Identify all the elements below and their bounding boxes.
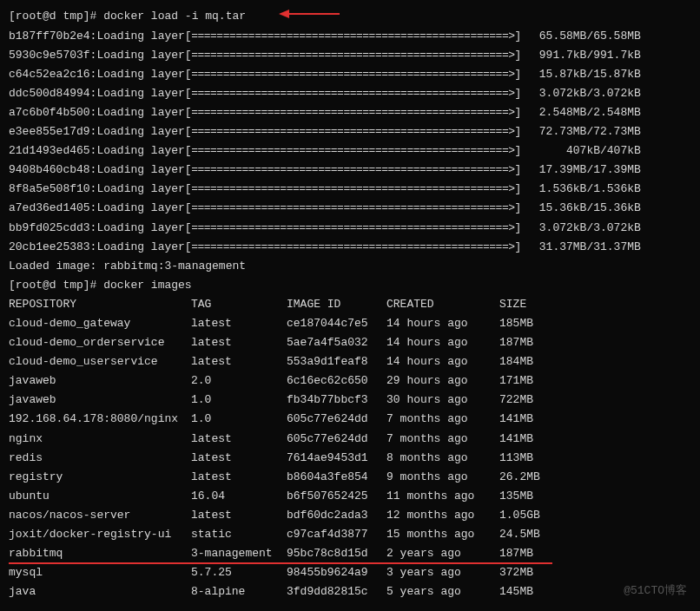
- image-id-cell: fb34b77bbcf3: [287, 391, 386, 410]
- layer-row: b187ff70b2e4: Loading layer [===========…: [9, 27, 691, 46]
- size-cell: 145MB: [499, 582, 560, 601]
- size-cell: 1.05GB: [499, 506, 560, 525]
- table-row: nginxlatest605c77e624dd7 months ago141MB: [9, 430, 691, 449]
- tag-cell: latest: [191, 468, 287, 487]
- progress-bar: [=======================================…: [185, 180, 521, 199]
- layer-hash: a7c6b0f4b500:: [9, 103, 96, 122]
- layer-label: Loading layer: [96, 84, 184, 103]
- repo-cell: registry: [9, 468, 191, 487]
- layer-hash: a7ed36ed1405:: [9, 199, 96, 218]
- progress-bar: [=======================================…: [185, 141, 521, 161]
- repo-cell: java: [9, 582, 191, 601]
- layer-label: Loading layer: [96, 141, 184, 161]
- created-cell: 29 hours ago: [386, 371, 499, 391]
- header-tag: TAG: [191, 295, 287, 314]
- size-cell: 184MB: [499, 352, 560, 371]
- layer-label: Loading layer: [96, 180, 184, 199]
- layer-row: a7ed36ed1405: Loading layer [===========…: [9, 199, 691, 218]
- image-id-cell: bdf60dc2ada3: [287, 506, 386, 525]
- created-cell: 12 months ago: [386, 506, 499, 525]
- size-cell: 141MB: [499, 430, 560, 449]
- image-id-cell: 605c77e624dd: [287, 430, 386, 449]
- image-id-cell: 553a9d1feaf8: [287, 352, 386, 371]
- watermark: @51CTO博客: [624, 581, 687, 601]
- layer-hash: 8f8a5e508f10:: [9, 180, 96, 199]
- tag-cell: 3-management: [191, 544, 287, 563]
- created-cell: 8 months ago: [386, 449, 499, 468]
- table-row: rabbitmq3-management95bc78c8d15d2 years …: [9, 544, 691, 563]
- progress-bar: [=======================================…: [185, 103, 521, 122]
- image-id-cell: b8604a3fe854: [287, 468, 386, 487]
- size-cell: 187MB: [499, 544, 560, 563]
- layer-hash: bb9fd025cdd3:: [9, 219, 96, 238]
- command-text: docker images: [103, 279, 191, 292]
- layer-row: 9408b460cb48: Loading layer [===========…: [9, 161, 691, 180]
- layer-label: Loading layer: [96, 27, 184, 46]
- header-size: SIZE: [499, 295, 560, 314]
- repo-cell: mysql: [9, 563, 191, 582]
- created-cell: 11 months ago: [386, 487, 499, 506]
- created-cell: 14 hours ago: [386, 314, 499, 333]
- created-cell: 2 years ago: [386, 544, 499, 563]
- size-cell: 141MB: [499, 410, 560, 429]
- created-cell: 14 hours ago: [386, 333, 499, 352]
- progress-bar: [=======================================…: [185, 219, 521, 238]
- created-cell: 30 hours ago: [386, 391, 499, 410]
- size-cell: 24.5MB: [499, 525, 560, 544]
- tag-cell: 5.7.25: [191, 563, 287, 582]
- tag-cell: 8-alpine: [191, 582, 287, 601]
- tag-cell: 1.0: [191, 391, 287, 410]
- arrow-annotation-icon: [279, 7, 340, 26]
- layer-size: 3.072kB/3.072kB: [528, 219, 641, 238]
- size-cell: 135MB: [499, 487, 560, 506]
- layers-output: b187ff70b2e4: Loading layer [===========…: [9, 27, 691, 257]
- shell-prompt: [root@d tmp]#: [9, 279, 103, 292]
- layer-row: bb9fd025cdd3: Loading layer [===========…: [9, 219, 691, 238]
- table-row: javaweb1.0fb34b77bbcf330 hours ago722MB: [9, 391, 691, 410]
- image-id-cell: 7614ae9453d1: [287, 449, 386, 468]
- progress-bar: [=======================================…: [185, 238, 521, 257]
- layer-size: 17.39MB/17.39MB: [528, 161, 641, 180]
- image-id-cell: b6f507652425: [287, 487, 386, 506]
- layer-row: ddc500d84994: Loading layer [===========…: [9, 84, 691, 103]
- layer-label: Loading layer: [96, 199, 184, 218]
- table-row: redislatest7614ae9453d18 months ago113MB: [9, 449, 691, 468]
- layer-size: 15.36kB/15.36kB: [528, 199, 641, 218]
- table-row: cloud-demo_orderservicelatest5ae7a4f5a03…: [9, 333, 691, 352]
- svg-marker-1: [279, 10, 289, 18]
- table-row: java8-alpine3fd9dd82815c5 years ago145MB: [9, 582, 691, 601]
- layer-hash: b187ff70b2e4:: [9, 27, 96, 46]
- image-id-cell: 5ae7a4f5a032: [287, 333, 386, 352]
- image-id-cell: ce187044c7e5: [287, 314, 386, 333]
- layer-size: 72.73MB/72.73MB: [528, 122, 641, 141]
- layer-label: Loading layer: [96, 238, 184, 257]
- size-cell: 171MB: [499, 371, 560, 391]
- progress-bar: [=======================================…: [185, 46, 521, 65]
- layer-size: 15.87kB/15.87kB: [528, 65, 641, 84]
- table-row: nacos/nacos-serverlatestbdf60dc2ada312 m…: [9, 506, 691, 525]
- table-row: 192.168.64.178:8080/nginx1.0605c77e624dd…: [9, 410, 691, 429]
- tag-cell: 2.0: [191, 371, 287, 391]
- tag-cell: latest: [191, 352, 287, 371]
- progress-bar: [=======================================…: [185, 65, 521, 84]
- images-table-header: REPOSITORY TAG IMAGE ID CREATED SIZE: [9, 295, 691, 314]
- size-cell: 722MB: [499, 391, 560, 410]
- created-cell: 15 months ago: [386, 525, 499, 544]
- layer-label: Loading layer: [96, 65, 184, 84]
- command-text: docker load -i mq.tar: [103, 10, 246, 23]
- layer-hash: c64c52ea2c16:: [9, 65, 96, 84]
- table-row: mysql5.7.2598455b9624a93 years ago372MB: [9, 563, 691, 582]
- layer-hash: e3ee855e17d9:: [9, 122, 96, 141]
- layer-row: 5930c9e5703f: Loading layer [===========…: [9, 46, 691, 65]
- layer-size: 991.7kB/991.7kB: [528, 46, 641, 65]
- progress-bar: [=======================================…: [185, 161, 521, 180]
- created-cell: 14 hours ago: [386, 352, 499, 371]
- image-id-cell: c97caf4d3877: [287, 525, 386, 544]
- layer-hash: 5930c9e5703f:: [9, 46, 96, 65]
- repo-cell: 192.168.64.178:8080/nginx: [9, 410, 191, 429]
- created-cell: 5 years ago: [386, 582, 499, 601]
- tag-cell: latest: [191, 449, 287, 468]
- created-cell: 9 months ago: [386, 468, 499, 487]
- repo-cell: ubuntu: [9, 487, 191, 506]
- layer-label: Loading layer: [96, 122, 184, 141]
